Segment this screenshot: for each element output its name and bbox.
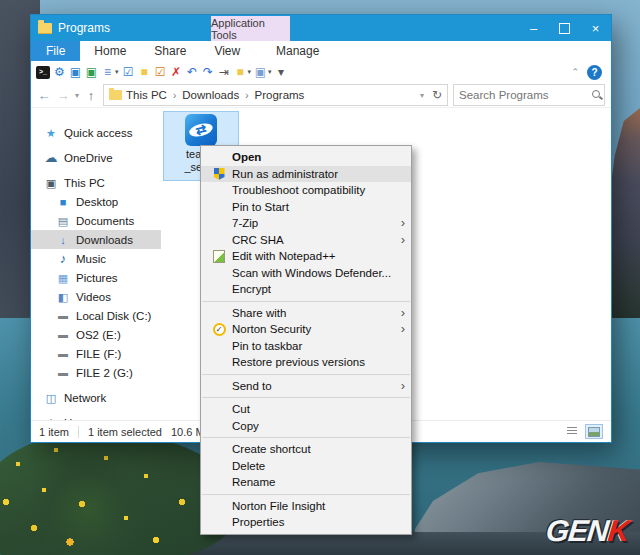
ribbon-collapse-icon[interactable]: ⌃ — [571, 67, 579, 77]
qat-settings-icon[interactable]: ⚙ — [53, 65, 66, 79]
menu-item-pin-to-start[interactable]: Pin to Start — [201, 199, 411, 216]
dropdown-icon: ▾ — [268, 68, 272, 76]
sidebar-item-icon — [56, 346, 70, 361]
window-title: Programs — [58, 21, 110, 35]
sidebar-item-this-pc[interactable]: This PC — [31, 173, 161, 192]
sidebar-item-videos[interactable]: Videos — [31, 287, 161, 306]
tab-view[interactable]: View — [200, 41, 254, 61]
sidebar-item-file-f[interactable]: FILE (F:) — [31, 344, 161, 363]
menu-item-copy[interactable]: Copy — [201, 418, 411, 435]
back-icon[interactable]: ← — [37, 88, 51, 103]
title-bar[interactable]: Programs Application Tools – × — [31, 15, 611, 41]
sidebar-item-downloads[interactable]: Downloads — [31, 230, 161, 249]
menu-item-7-zip[interactable]: 7-Zip› — [201, 215, 411, 232]
sidebar-item-file-2-g[interactable]: FILE 2 (G:) — [31, 363, 161, 382]
menu-separator — [202, 437, 410, 438]
menu-separator — [202, 397, 410, 398]
up-icon[interactable]: ↑ — [84, 88, 98, 103]
qat-computer-icon[interactable]: ▣ — [85, 65, 98, 79]
sidebar-item-os2-e[interactable]: OS2 (E:) — [31, 325, 161, 344]
large-icons-view-button[interactable] — [585, 424, 603, 439]
menu-item-properties[interactable]: Properties — [201, 514, 411, 531]
details-view-button[interactable] — [563, 424, 581, 439]
qat-command-prompt-icon[interactable]: >_ — [36, 66, 50, 79]
menu-item-encrypt[interactable]: Encrypt — [201, 281, 411, 298]
qat-redo-icon[interactable]: ↷ — [202, 65, 215, 79]
sidebar-item-homegroup[interactable]: Homegroup — [31, 413, 161, 420]
breadcrumb-programs[interactable]: Programs — [255, 89, 311, 101]
address-dropdown-icon[interactable]: ▾ — [420, 91, 424, 100]
menu-item-delete[interactable]: Delete — [201, 458, 411, 475]
menu-item-create-shortcut[interactable]: Create shortcut — [201, 441, 411, 458]
qat-new-folder-icon[interactable]: ■ — [138, 65, 151, 79]
sidebar-item-icon — [56, 308, 70, 323]
submenu-arrow-icon: › — [395, 323, 405, 335]
qat-overflow-icon[interactable]: ▾ — [275, 65, 288, 79]
tab-manage[interactable]: Manage — [258, 41, 337, 61]
sidebar-item-network[interactable]: Network — [31, 388, 161, 407]
sidebar-item-quick-access[interactable]: Quick access — [31, 123, 161, 142]
menu-separator — [202, 374, 410, 375]
tab-share[interactable]: Share — [140, 41, 200, 61]
sidebar-item-icon — [56, 233, 70, 247]
sidebar-item-onedrive[interactable]: OneDrive — [31, 148, 161, 167]
refresh-icon[interactable]: ↻ — [432, 88, 442, 102]
menu-item-crc-sha[interactable]: CRC SHA› — [201, 232, 411, 249]
teamviewer-file-icon — [185, 114, 217, 146]
menu-item-scan-with-windows-defender[interactable]: Scan with Windows Defender... — [201, 265, 411, 282]
dropdown-icon: ▾ — [115, 68, 119, 76]
qat-remote-assistance-icon[interactable]: ▣ — [69, 65, 82, 79]
menu-item-rename[interactable]: Rename — [201, 474, 411, 491]
forward-icon[interactable]: → — [56, 88, 70, 103]
tab-file[interactable]: File — [31, 41, 80, 61]
menu-item-troubleshoot-compatibility[interactable]: Troubleshoot compatibility — [201, 182, 411, 199]
address-breadcrumb-bar[interactable]: This PC›Downloads›Programs ▾ ↻ — [103, 84, 448, 106]
menu-item-send-to[interactable]: Send to› — [201, 378, 411, 395]
sidebar-item-documents[interactable]: Documents — [31, 211, 161, 230]
search-icon[interactable] — [590, 88, 604, 102]
submenu-arrow-icon: › — [395, 380, 405, 392]
genk-watermark: GENK — [544, 514, 630, 548]
sidebar-item-icon — [56, 252, 70, 266]
qat-system-properties-icon[interactable]: ☑ — [122, 65, 135, 79]
qat-copy-to-icon[interactable]: ▣▾ — [254, 65, 272, 79]
sidebar-item-local-disk-c[interactable]: Local Disk (C:) — [31, 306, 161, 325]
application-tools-tab[interactable]: Application Tools — [211, 16, 290, 41]
qat-checklist-icon[interactable]: ≡▾ — [101, 65, 119, 79]
breadcrumb-downloads[interactable]: Downloads› — [182, 89, 248, 101]
menu-item-icon — [206, 168, 232, 180]
selection-count: 1 item selected — [88, 426, 162, 438]
submenu-arrow-icon: › — [395, 307, 405, 319]
menu-item-open[interactable]: Open — [201, 149, 411, 166]
close-button[interactable]: × — [580, 15, 611, 41]
help-icon[interactable]: ? — [587, 65, 602, 80]
menu-item-edit-with-notepad[interactable]: Edit with Notepad++ — [201, 248, 411, 265]
menu-item-run-as-administrator[interactable]: Run as administrator — [201, 166, 411, 183]
menu-item-pin-to-taskbar[interactable]: Pin to taskbar — [201, 338, 411, 355]
sidebar-item-icon — [56, 214, 70, 228]
sidebar-item-icon — [56, 365, 70, 380]
search-input[interactable] — [454, 89, 590, 101]
maximize-icon — [559, 23, 570, 34]
minimize-button[interactable]: – — [518, 15, 549, 41]
menu-item-norton-file-insight[interactable]: Norton File Insight — [201, 498, 411, 515]
menu-item-norton-security[interactable]: Norton Security› — [201, 321, 411, 338]
sidebar-item-pictures[interactable]: Pictures — [31, 268, 161, 287]
menu-item-cut[interactable]: Cut — [201, 401, 411, 418]
tab-home[interactable]: Home — [80, 41, 140, 61]
qat-rename-icon[interactable]: ⇥ — [218, 65, 231, 79]
qat-undo-icon[interactable]: ↶ — [186, 65, 199, 79]
sidebar-item-music[interactable]: Music — [31, 249, 161, 268]
recent-locations-icon[interactable]: ▾ — [75, 91, 79, 100]
submenu-arrow-icon: › — [395, 217, 405, 229]
window-folder-icon — [38, 23, 52, 34]
breadcrumb-this-pc[interactable]: This PC› — [126, 89, 176, 101]
menu-item-restore-previous-versions[interactable]: Restore previous versions — [201, 354, 411, 371]
search-box[interactable] — [453, 84, 605, 106]
sidebar-item-desktop[interactable]: Desktop — [31, 192, 161, 211]
qat-delete-icon[interactable]: ✗ — [170, 65, 183, 79]
qat-checkbox-icon[interactable]: ☑ — [154, 65, 167, 79]
qat-move-to-icon[interactable]: ■▾ — [234, 65, 252, 79]
maximize-button[interactable] — [549, 15, 580, 41]
menu-item-share-with[interactable]: Share with› — [201, 305, 411, 322]
